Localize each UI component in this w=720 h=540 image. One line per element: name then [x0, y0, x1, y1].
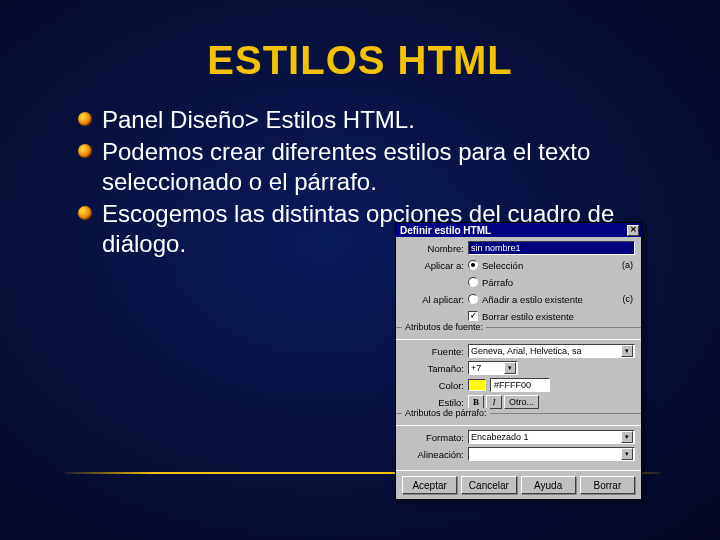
bullet-icon — [78, 112, 92, 126]
slide-title: ESTILOS HTML — [0, 0, 720, 83]
alaplicar-hint: (c) — [623, 294, 636, 304]
formato-select[interactable]: Encabezado 1 ▾ — [468, 430, 635, 444]
radio-seleccion-label: Selección — [482, 260, 523, 271]
alaplicar-label: Al aplicar: — [402, 294, 468, 305]
chevron-down-icon[interactable]: ▾ — [621, 448, 633, 460]
radio-add-existing-label: Añadir a estilo existente — [482, 294, 583, 305]
tamano-label: Tamaño: — [402, 363, 468, 374]
color-label: Color: — [402, 380, 468, 391]
formato-label: Formato: — [402, 432, 468, 443]
dialog-button-row: Aceptar Cancelar Ayuda Borrar — [396, 470, 641, 499]
color-swatch[interactable] — [468, 379, 486, 391]
bold-button[interactable]: B — [468, 395, 484, 409]
aplicar-label: Aplicar a: — [402, 260, 468, 271]
chevron-down-icon[interactable]: ▾ — [504, 362, 516, 374]
checkbox-clear-existing[interactable] — [468, 311, 478, 321]
tamano-select[interactable]: +7 ▾ — [468, 361, 518, 375]
radio-parrafo[interactable] — [468, 277, 478, 287]
italic-button[interactable]: I — [486, 395, 502, 409]
aplicar-hint: (a) — [622, 260, 635, 270]
define-html-style-dialog: Definir estilo HTML ✕ Nombre: sin nombre… — [395, 222, 642, 500]
radio-seleccion[interactable] — [468, 260, 478, 270]
borrar-button[interactable]: Borrar — [580, 476, 635, 494]
bullet-text: Podemos crear diferentes estilos para el… — [102, 138, 590, 195]
chevron-down-icon[interactable]: ▾ — [621, 345, 633, 357]
alineacion-select[interactable]: ▾ — [468, 447, 635, 461]
radio-parrafo-label: Párrafo — [482, 277, 513, 288]
fuente-select[interactable]: Geneva, Arial, Helvetica, sa ▾ — [468, 344, 635, 358]
bullet-icon — [78, 206, 92, 220]
alineacion-label: Alineación: — [402, 449, 468, 460]
close-button[interactable]: ✕ — [627, 225, 639, 236]
aceptar-button[interactable]: Aceptar — [402, 476, 457, 494]
ayuda-button[interactable]: Ayuda — [521, 476, 576, 494]
section-font-attributes: Atributos de fuente: — [396, 327, 641, 340]
bullet-text: Panel Diseño> Estilos HTML. — [102, 106, 415, 133]
section-paragraph-attributes: Atributos de párrafo: — [396, 413, 641, 426]
list-item: Panel Diseño> Estilos HTML. — [78, 105, 655, 135]
chevron-down-icon[interactable]: ▾ — [621, 431, 633, 443]
checkbox-clear-existing-label: Borrar estilo existente — [482, 311, 574, 322]
fuente-label: Fuente: — [402, 346, 468, 357]
dialog-title: Definir estilo HTML — [400, 225, 491, 236]
list-item: Podemos crear diferentes estilos para el… — [78, 137, 655, 197]
bullet-icon — [78, 144, 92, 158]
estilo-label: Estilo: — [402, 397, 468, 408]
nombre-input[interactable]: sin nombre1 — [468, 241, 635, 255]
radio-add-existing[interactable] — [468, 294, 478, 304]
other-style-button[interactable]: Otro... — [504, 395, 539, 409]
nombre-label: Nombre: — [402, 243, 468, 254]
dialog-titlebar[interactable]: Definir estilo HTML ✕ — [396, 223, 641, 237]
cancelar-button[interactable]: Cancelar — [461, 476, 516, 494]
color-hex-input[interactable]: #FFFF00 — [490, 378, 550, 392]
